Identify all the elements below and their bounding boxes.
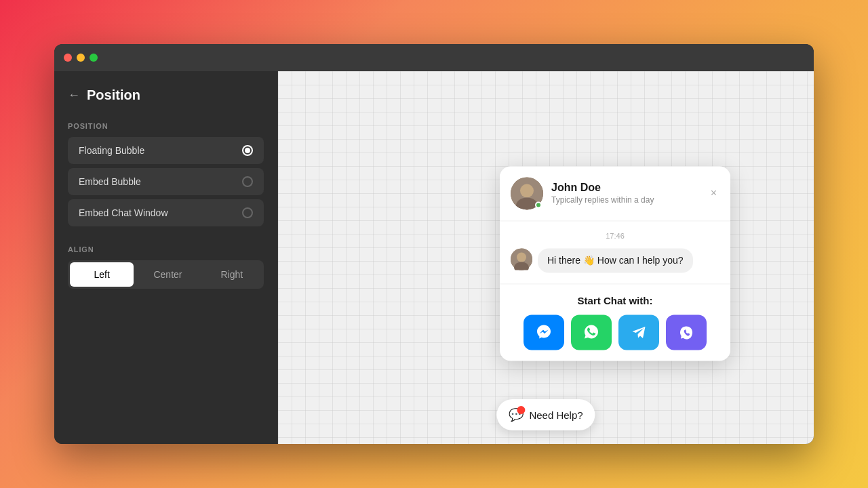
radio-embed-bubble[interactable] <box>242 176 253 187</box>
align-section-label: ALIGN <box>68 245 264 253</box>
position-section-label: POSITION <box>68 122 264 130</box>
embed-chat-window-label: Embed Chat Window <box>79 207 168 218</box>
align-left-button[interactable]: Left <box>70 262 134 287</box>
start-chat-label: Start Chat with: <box>511 295 719 306</box>
position-option-embed-chat-window[interactable]: Embed Chat Window <box>68 199 264 226</box>
chat-popup: John Doe Typically replies within a day … <box>500 166 730 361</box>
bubble-label: Need Help? <box>529 409 583 421</box>
window-body: ← Position POSITION Floating Bubble Embe… <box>54 71 814 444</box>
start-chat-section: Start Chat with: <box>500 283 730 361</box>
svg-point-1 <box>520 184 534 197</box>
message-bubble: Hi there 👋 How can I help you? <box>538 248 693 272</box>
bubble-notification-dot <box>517 406 525 414</box>
agent-details: John Doe Typically replies within a day <box>551 182 654 205</box>
svg-point-4 <box>517 252 526 262</box>
radio-embed-chat-window[interactable] <box>242 207 253 218</box>
traffic-lights <box>64 54 98 62</box>
floating-bubble[interactable]: 💬 Need Help? <box>496 399 595 430</box>
radio-floating-bubble[interactable] <box>242 145 253 156</box>
online-indicator <box>535 201 542 208</box>
back-header: ← Position <box>68 87 264 103</box>
traffic-light-green[interactable] <box>90 54 98 62</box>
messenger-button[interactable] <box>524 314 564 350</box>
bubble-icon-wrap: 💬 <box>509 407 524 422</box>
align-buttons: Left Center Right <box>68 260 264 289</box>
position-option-embed-bubble[interactable]: Embed Bubble <box>68 168 264 195</box>
message-row: Hi there 👋 How can I help you? <box>511 248 719 272</box>
page-title: Position <box>87 87 140 103</box>
agent-avatar-wrap <box>511 177 543 209</box>
left-panel: ← Position POSITION Floating Bubble Embe… <box>54 71 278 444</box>
whatsapp-button[interactable] <box>571 314 612 350</box>
agent-status: Typically replies within a day <box>551 195 654 205</box>
position-options: Floating Bubble Embed Bubble Embed Chat … <box>68 137 264 226</box>
position-option-floating-bubble[interactable]: Floating Bubble <box>68 137 264 164</box>
chat-header: John Doe Typically replies within a day … <box>500 166 730 221</box>
telegram-button[interactable] <box>618 314 659 350</box>
message-avatar <box>511 248 532 270</box>
chat-widget: John Doe Typically replies within a day … <box>500 166 730 369</box>
titlebar <box>54 44 814 71</box>
chat-timestamp: 17:46 <box>511 232 719 240</box>
embed-bubble-label: Embed Bubble <box>79 176 141 187</box>
traffic-light-red[interactable] <box>64 54 72 62</box>
floating-bubble-label: Floating Bubble <box>79 145 144 156</box>
align-right-button[interactable]: Right <box>200 260 264 289</box>
traffic-light-yellow[interactable] <box>77 54 85 62</box>
chat-buttons <box>511 314 719 350</box>
close-button[interactable]: × <box>708 184 719 202</box>
back-button[interactable]: ← <box>68 88 80 102</box>
agent-name: John Doe <box>551 182 654 194</box>
align-center-button[interactable]: Center <box>136 260 199 289</box>
agent-info: John Doe Typically replies within a day <box>511 177 654 209</box>
right-panel: John Doe Typically replies within a day … <box>278 71 814 444</box>
chat-body: 17:46 Hi there 👋 How can I help you? <box>500 221 730 283</box>
viber-button[interactable] <box>666 314 707 350</box>
app-window: ← Position POSITION Floating Bubble Embe… <box>54 44 814 444</box>
